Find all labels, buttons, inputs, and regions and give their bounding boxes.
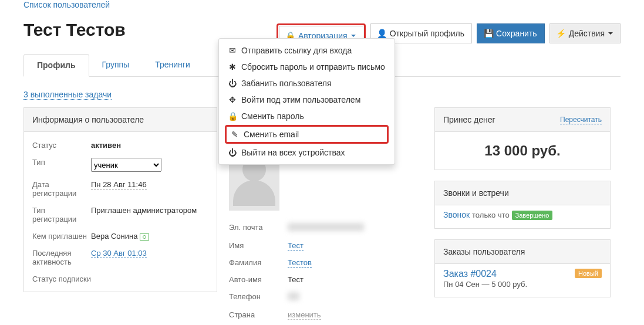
call-link[interactable]: Звонок (443, 210, 470, 219)
menu-send-login-link[interactable]: ✉Отправить ссылку для входа (219, 42, 395, 59)
menu-logout-all[interactable]: ⏻Выйти на всех устройствах (219, 144, 395, 161)
country-change-link[interactable]: изменить (288, 310, 321, 320)
edit-icon: ✎ (231, 130, 239, 139)
order-date: Пн 04 Сен — 5 000 руб. (443, 280, 527, 289)
actions-dropdown-button[interactable]: ⚡ Действия (549, 23, 621, 43)
recalc-link[interactable]: Пересчитать (560, 116, 602, 124)
order-status-badge: Новый (575, 269, 602, 278)
tab-trainings[interactable]: Тренинги (142, 54, 203, 76)
lastname-value[interactable]: Тестов (288, 258, 312, 268)
tab-groups[interactable]: Группы (89, 54, 143, 76)
substatus-label: Статус подписки (32, 275, 91, 283)
inviter-label: Кем приглашен (32, 232, 91, 241)
status-label: Статус (32, 141, 91, 150)
tab-profile[interactable]: Профиль (23, 54, 89, 77)
completed-tasks-link[interactable]: 3 выполненные задачи (23, 90, 112, 100)
save-icon: 💾 (484, 29, 493, 38)
phone-value (288, 292, 299, 300)
money-value: 13 000 руб. (435, 132, 610, 170)
user-icon: 👤 (378, 29, 386, 38)
menu-login-as[interactable]: ✥Войти под этим пользователем (219, 92, 395, 108)
breadcrumb-users-list[interactable]: Список пользователей (23, 0, 110, 9)
firstname-label: Имя (229, 241, 288, 250)
email-label: Эл. почта (229, 223, 288, 232)
calls-panel-title: Звонки и встречи (443, 188, 509, 198)
orders-panel-title: Заказы пользователя (443, 247, 525, 256)
type-label: Тип (32, 158, 91, 167)
user-info-panel-title: Информация о пользователе (32, 115, 144, 124)
cash-icon (140, 233, 149, 241)
phone-label: Телефон (229, 292, 288, 301)
regdate-label: Дата регистрации (32, 180, 91, 198)
email-value (288, 223, 364, 231)
asterisk-icon: ✱ (228, 62, 237, 72)
money-panel-title: Принес денег (443, 115, 495, 124)
move-icon: ✥ (228, 95, 237, 104)
type-select[interactable]: ученик (91, 158, 161, 172)
regdate-value: Пн 28 Авг 11:46 (91, 180, 147, 189)
power-icon: ⏻ (228, 79, 237, 88)
autoname-value: Тест (288, 275, 423, 284)
firstname-value[interactable]: Тест (288, 241, 304, 250)
autoname-label: Авто-имя (229, 275, 288, 284)
bolt-icon: ⚡ (557, 29, 565, 38)
country-label: Страна (229, 310, 288, 319)
menu-change-password[interactable]: 🔒Сменить пароль (219, 108, 395, 124)
menu-reset-password[interactable]: ✱Сбросить пароль и отправить письмо (219, 59, 395, 75)
inviter-value: Вера Сонина (91, 232, 137, 241)
status-value: активен (91, 141, 121, 150)
lock-icon: 🔒 (228, 111, 237, 121)
lastactivity-label: Последняя активность (32, 249, 91, 266)
lastactivity-value[interactable]: Ср 30 Авг 01:03 (91, 249, 147, 258)
save-button[interactable]: 💾 Сохранить (477, 23, 545, 43)
menu-change-email[interactable]: ✎Сменить email (227, 127, 386, 141)
regtype-label: Тип регистрации (32, 206, 91, 224)
mail-icon: ✉ (228, 46, 237, 55)
regtype-value: Приглашен администратором (91, 206, 208, 215)
page-title: Тест Тестов (23, 20, 277, 40)
power-icon: ⏻ (228, 148, 237, 157)
order-link[interactable]: Заказ #0024 (443, 269, 497, 279)
call-status-badge: Завершено (512, 211, 553, 220)
auth-dropdown-menu: ✉Отправить ссылку для входа ✱Сбросить па… (218, 38, 395, 165)
menu-ban-user[interactable]: ⏻Забанить пользователя (219, 75, 395, 92)
lastname-label: Фамилия (229, 258, 288, 267)
